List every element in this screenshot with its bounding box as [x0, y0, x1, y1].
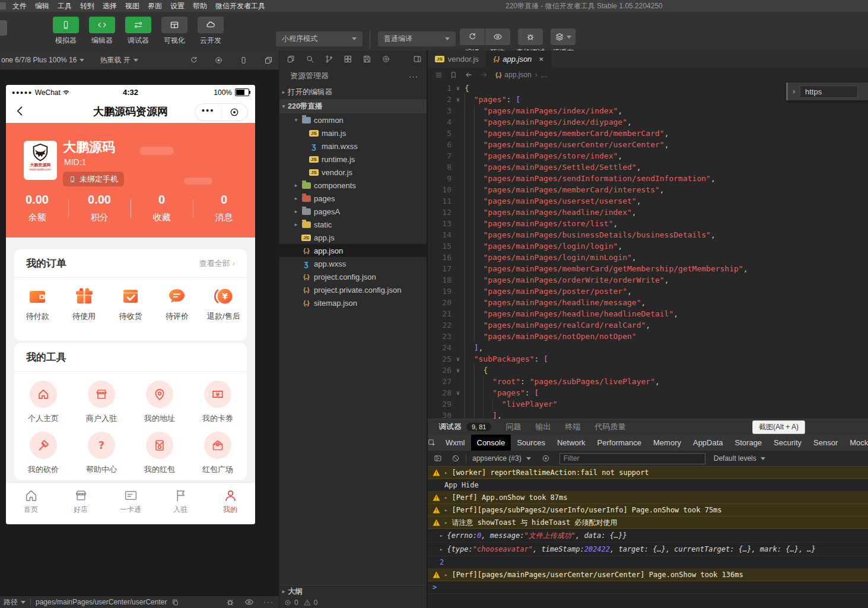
outline-list-icon[interactable]	[435, 71, 443, 79]
git-branch-icon[interactable]	[325, 55, 333, 64]
console-prompt-icon[interactable]: >	[433, 583, 437, 591]
devtools-tab-Console[interactable]: Console	[471, 435, 511, 451]
console-filter-input[interactable]	[559, 453, 705, 464]
tab-bar-item-我的[interactable]: 我的	[205, 483, 255, 524]
tree-item-runtime.js[interactable]: JSruntime.js	[279, 153, 427, 166]
fold-marker[interactable]: ∨	[452, 353, 465, 365]
console-row-warn[interactable]: ▸请注意 showToast 与 hideToast 必须配对使用	[428, 517, 868, 529]
menu-item-界面[interactable]: 界面	[144, 1, 166, 11]
menu-item-设置[interactable]: 设置	[166, 1, 189, 11]
devtools-tab-AppData[interactable]: AppData	[687, 435, 729, 451]
devtools-tab-Mock[interactable]: Mock	[844, 435, 868, 451]
stat-积分[interactable]: 0.00积分	[68, 193, 131, 223]
devtools-tab-Sensor[interactable]: Sensor	[807, 435, 844, 451]
tree-item-project.private.config.json[interactable]: {..}project.private.config.json	[279, 283, 427, 296]
stats-icon[interactable]	[381, 55, 390, 64]
inspect-element-icon[interactable]	[428, 439, 436, 447]
console-row-prompt[interactable]: >	[428, 581, 868, 594]
toolbar-button-调试器[interactable]: 调试器	[125, 17, 152, 46]
tree-item-app.wxss[interactable]: ʒapp.wxss	[279, 257, 427, 270]
menu-item-编辑[interactable]: 编辑	[31, 1, 53, 11]
log-levels-select[interactable]: Default levels	[714, 454, 765, 463]
chevron-expand-icon[interactable]: ›	[793, 87, 795, 96]
devtools-tab-Storage[interactable]: Storage	[729, 435, 768, 451]
order-item-退款/售后[interactable]: ¥退款/售后	[201, 286, 247, 322]
code-area[interactable]: 1∨{2∨"pages": [3"pages/mainPages/index/i…	[428, 83, 868, 419]
debugger-tab-输出[interactable]: 输出	[535, 422, 551, 432]
toolbar-button-云开发[interactable]: 云开发	[197, 17, 224, 46]
hot-reload-toggle[interactable]: 热重载 开	[100, 55, 138, 65]
debug-icon[interactable]	[225, 597, 235, 607]
avatar[interactable]: 大鹏资源网 www.wcbkt.com	[24, 141, 57, 180]
devtools-tab-Sources[interactable]: Sources	[511, 435, 551, 451]
record-icon[interactable]	[214, 56, 223, 65]
tree-open-editors[interactable]: ▸打开的编辑器	[279, 85, 427, 99]
save-icon[interactable]	[363, 55, 371, 64]
toolbar-button-可视化[interactable]: 可视化	[161, 17, 188, 46]
order-item-待评价[interactable]: 待评价	[154, 286, 200, 322]
editor-tab-app.json[interactable]: {..}app.json×	[487, 50, 551, 67]
stat-消息[interactable]: 0消息	[193, 193, 255, 223]
menu-item-转到[interactable]: 转到	[76, 1, 98, 11]
more-button[interactable]: •••	[195, 107, 221, 117]
view-all-orders-link[interactable]: 查看全部 ›	[199, 258, 235, 269]
device-select[interactable]: one 6/7/8 Plus 100% 16	[1, 56, 84, 64]
tree-item-vendor.js[interactable]: JSvendor.js	[279, 166, 427, 179]
console-row-obj[interactable]: ▸{type: "chooseavatar", timeStamp: 20242…	[428, 543, 868, 556]
menu-item-选择[interactable]: 选择	[98, 1, 121, 11]
toggle-panel-icon[interactable]	[413, 55, 422, 64]
tab-bar-item-一卡通[interactable]: 一卡通	[106, 483, 155, 524]
tree-item-project.config.json[interactable]: {..}project.config.json	[279, 270, 427, 283]
menu-item-文件[interactable]: 文件	[8, 1, 31, 11]
tree-item-sitemap.json[interactable]: {..}sitemap.json	[279, 296, 427, 309]
expand-arrow-icon[interactable]: ▸	[444, 572, 447, 578]
menu-item-帮助[interactable]: 帮助	[189, 1, 211, 11]
phone-frame-icon[interactable]	[239, 56, 248, 65]
tool-item-帮助中心[interactable]: ?帮助中心	[72, 432, 131, 475]
order-item-待收货[interactable]: 待收货	[107, 286, 154, 322]
tree-item-main.js[interactable]: JSmain.js	[279, 126, 427, 140]
console-sidebar-icon[interactable]	[434, 454, 442, 463]
tree-item-pages[interactable]: ▸pages	[279, 192, 427, 205]
console-row-warn[interactable]: ▸[worker] reportRealtimeAction:fail not …	[428, 467, 868, 479]
menu-item-工具[interactable]: 工具	[53, 1, 76, 11]
search-icon[interactable]	[306, 55, 314, 64]
console-row-warn[interactable]: ▸[Perf] App.onShow took 87ms	[428, 492, 868, 504]
devtools-tab-Performance[interactable]: Performance	[592, 435, 647, 451]
debugger-tab-代码质量[interactable]: 代码质量	[594, 422, 625, 432]
fold-marker[interactable]: ∨	[452, 387, 465, 398]
tab-bar-item-首页[interactable]: 首页	[6, 483, 56, 524]
fold-marker[interactable]: ∨	[452, 365, 465, 376]
expand-arrow-icon[interactable]: ▸	[444, 470, 447, 476]
devtools-tab-Memory[interactable]: Memory	[647, 435, 687, 451]
menu-item-微信开发者工具[interactable]: 微信开发者工具	[211, 1, 269, 11]
bind-phone-badge[interactable]: 未绑定手机	[63, 172, 124, 186]
console-row-result[interactable]: 2	[428, 556, 868, 569]
menu-item-视图[interactable]: 视图	[121, 1, 144, 11]
detach-window-icon[interactable]	[264, 56, 273, 65]
extensions-icon[interactable]	[344, 55, 352, 64]
debugger-tab-调试器[interactable]: 调试器9, 81	[438, 422, 491, 432]
account-avatar[interactable]	[0, 20, 7, 36]
preview-icon[interactable]	[244, 597, 254, 607]
tree-project-root[interactable]: ▾220带直播	[279, 99, 427, 113]
fold-marker[interactable]: ∨	[452, 94, 465, 105]
tool-item-我的卡券[interactable]: ¥我的卡券	[189, 381, 247, 424]
console-row-obj[interactable]: ▸{errno: 0, message: "文件上传成功", data: {…}…	[428, 529, 868, 543]
tab-bar-item-入驻[interactable]: 入驻	[155, 483, 205, 524]
tool-item-我的红包[interactable]: 我的红包	[131, 432, 189, 475]
toolbar-button-编辑器[interactable]: 编辑器	[88, 17, 116, 46]
tree-item-common[interactable]: ▾common	[279, 113, 427, 126]
order-item-待付款[interactable]: 待付款	[14, 286, 61, 322]
expand-arrow-icon[interactable]: ▸	[444, 507, 447, 513]
console-row-log[interactable]: App Hide	[428, 479, 868, 492]
editor-tab-vendor.js[interactable]: JSvendor.js	[428, 50, 487, 67]
stat-收藏[interactable]: 0收藏	[131, 193, 193, 223]
compile-mode-select[interactable]: 普通编译	[378, 31, 456, 46]
bookmark-icon[interactable]	[450, 71, 457, 79]
expand-arrow-icon[interactable]: ▸	[440, 533, 443, 539]
tree-item-main.wxss[interactable]: ʒmain.wxss	[279, 140, 427, 153]
close-capsule-button[interactable]	[222, 107, 248, 118]
console-row-warn[interactable]: ▸[Perf][pages/subPages2/userInfo/userInf…	[428, 504, 868, 517]
console-row-warn[interactable]: ▸[Perf][pages/mainPages/userCenter/userC…	[428, 569, 868, 581]
